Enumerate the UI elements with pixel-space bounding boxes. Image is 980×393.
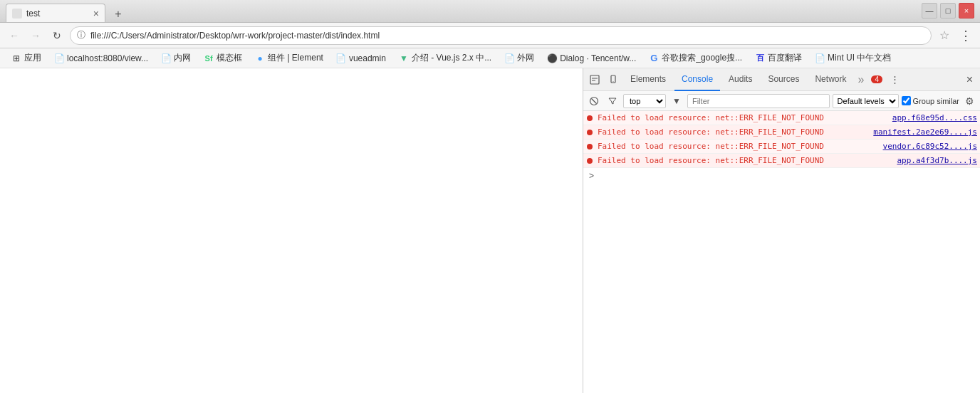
apps-icon: ⊞ [11, 53, 21, 63]
bookmark-baidu-label: 百度翻译 [768, 52, 802, 64]
execution-context-select[interactable]: top [623, 94, 666, 108]
bookmark-localhost-label: localhost:8080/view... [67, 53, 148, 63]
devtools-mobile-button[interactable] [605, 71, 622, 88]
error-source-2[interactable]: manifest.2ae2e69....js [873, 127, 977, 137]
bookmark-vuejs[interactable]: ▼ 介绍 - Vue.js 2.x 中... [393, 51, 497, 66]
bookmark-vueadmin-label: vueadmin [349, 53, 386, 63]
bookmark-mintui-label: Mint UI 中午文档 [828, 52, 891, 64]
console-clear-button[interactable] [586, 93, 602, 109]
error-text-4: Failed to load resource: net::ERR_FILE_N… [598, 156, 897, 165]
bookmark-intranet-label: 内网 [174, 52, 191, 64]
element-icon: ● [255, 53, 265, 63]
doc-icon-2: 📄 [161, 53, 171, 63]
error-text-2: Failed to load resource: net::ERR_FILE_N… [598, 127, 873, 137]
address-bar: ← → ↻ ⓘ ☆ ⋮ [0, 23, 980, 48]
console-filter-input[interactable] [687, 94, 830, 108]
error-text-3: Failed to load resource: net::ERR_FILE_N… [598, 142, 883, 151]
tab-sources-label: Sources [768, 74, 799, 84]
bookmark-localhost[interactable]: 📄 localhost:8080/view... [48, 51, 154, 66]
forward-button[interactable]: → [27, 27, 44, 44]
bookmark-element[interactable]: ● 组件 | Element [249, 51, 329, 66]
close-button[interactable]: × [959, 3, 974, 19]
group-similar-label: Group similar [913, 97, 959, 105]
devtools-inspect-button[interactable] [586, 71, 603, 88]
console-filter-icon [605, 93, 620, 109]
tab-elements[interactable]: Elements [623, 68, 673, 91]
url-input[interactable] [70, 26, 932, 45]
bookmark-shejifang[interactable]: Sf 模态框 [198, 51, 248, 66]
window-controls: — □ × [922, 3, 974, 19]
tab-audits[interactable]: Audits [721, 68, 759, 91]
new-tab-button[interactable]: + [108, 6, 128, 22]
devtools-toolbar: Elements Console Audits Sources Network … [583, 68, 980, 91]
error-source-4[interactable]: app.a4f3d7b....js [897, 156, 977, 165]
group-similar-checkbox[interactable] [902, 96, 911, 105]
tab-sources[interactable]: Sources [761, 68, 806, 91]
github-icon: ⚫ [547, 53, 557, 63]
bookmark-github-label: Dialog · Tencent/w... [560, 53, 636, 63]
tab-elements-label: Elements [630, 74, 666, 84]
bookmark-star-button[interactable]: ☆ [936, 27, 953, 44]
chrome-menu-button[interactable]: ⋮ [957, 27, 974, 44]
devtools-options-button[interactable]: ⋮ [887, 71, 904, 88]
error-dot-3 [587, 144, 593, 150]
minimize-button[interactable]: — [922, 3, 937, 19]
devtools-close-button[interactable]: × [962, 73, 977, 86]
log-level-select[interactable]: Default levels [833, 94, 899, 108]
secure-icon: ⓘ [77, 29, 85, 41]
bookmark-github[interactable]: ⚫ Dialog · Tencent/w... [541, 51, 642, 66]
tab-container: test × + [6, 0, 128, 22]
bookmark-vueadmin[interactable]: 📄 vueadmin [330, 51, 392, 66]
error-source-1[interactable]: app.f68e95d....css [892, 113, 977, 122]
reload-button[interactable]: ↻ [48, 27, 66, 44]
bookmark-foreign[interactable]: 📄 外网 [499, 51, 540, 66]
back-button[interactable]: ← [6, 27, 23, 44]
svg-rect-0 [590, 75, 599, 84]
console-settings-button[interactable]: ⚙ [962, 95, 977, 107]
tab-console-label: Console [682, 74, 713, 84]
tab-network[interactable]: Network [808, 68, 853, 91]
tab-audits-label: Audits [729, 74, 752, 84]
bookmark-vuejs-label: 介绍 - Vue.js 2.x 中... [412, 52, 491, 64]
console-messages: Failed to load resource: net::ERR_FILE_N… [583, 111, 980, 393]
group-similar-checkbox-label[interactable]: Group similar [902, 96, 959, 105]
browser-tab[interactable]: test × [6, 4, 105, 22]
bookmark-google[interactable]: G 谷歌搜索_google搜... [643, 51, 748, 66]
baidu-translate-icon: 百 [755, 53, 765, 63]
error-dot-4 [587, 158, 593, 164]
error-message-4: Failed to load resource: net::ERR_FILE_N… [583, 154, 980, 168]
error-message-2: Failed to load resource: net::ERR_FILE_N… [583, 125, 980, 140]
console-prompt-row: > [583, 168, 980, 184]
bookmark-mintui[interactable]: 📄 Mint UI 中午文档 [809, 51, 897, 66]
filter-expand-button[interactable]: ▼ [669, 93, 684, 109]
bookmark-apps-label: 应用 [24, 52, 41, 64]
bookmark-shejifang-label: 模态框 [217, 52, 242, 64]
tab-favicon [12, 9, 22, 19]
google-icon: G [649, 53, 659, 63]
error-message-1: Failed to load resource: net::ERR_FILE_N… [583, 111, 980, 125]
prompt-arrow-icon: > [589, 171, 594, 181]
main-area: Elements Console Audits Sources Network … [0, 68, 980, 393]
doc-icon-5: 📄 [815, 53, 825, 63]
devtools-panel: Elements Console Audits Sources Network … [583, 68, 980, 393]
devtools-more-tabs-button[interactable]: » [855, 73, 867, 86]
tab-title: test [26, 9, 40, 19]
bookmark-google-label: 谷歌搜索_google搜... [662, 52, 742, 64]
svg-point-4 [613, 81, 614, 82]
bookmark-element-label: 组件 | Element [268, 52, 323, 64]
tab-close-button[interactable]: × [93, 9, 99, 19]
page-content [0, 68, 583, 393]
tab-network-label: Network [815, 74, 846, 84]
tab-console[interactable]: Console [674, 68, 720, 91]
bookmark-apps[interactable]: ⊞ 应用 [6, 51, 47, 66]
sf-icon: Sf [204, 53, 214, 63]
error-source-3[interactable]: vendor.6c89c52....js [883, 142, 977, 151]
maximize-button[interactable]: □ [940, 3, 956, 19]
bookmark-intranet[interactable]: 📄 内网 [155, 51, 197, 66]
vuejs-icon: ▼ [399, 53, 409, 63]
svg-line-6 [592, 98, 597, 103]
error-badge: 4 [871, 75, 882, 83]
bookmark-baidu[interactable]: 百 百度翻译 [749, 51, 808, 66]
doc-icon-4: 📄 [504, 53, 514, 63]
url-bar-wrapper: ⓘ [70, 26, 932, 45]
